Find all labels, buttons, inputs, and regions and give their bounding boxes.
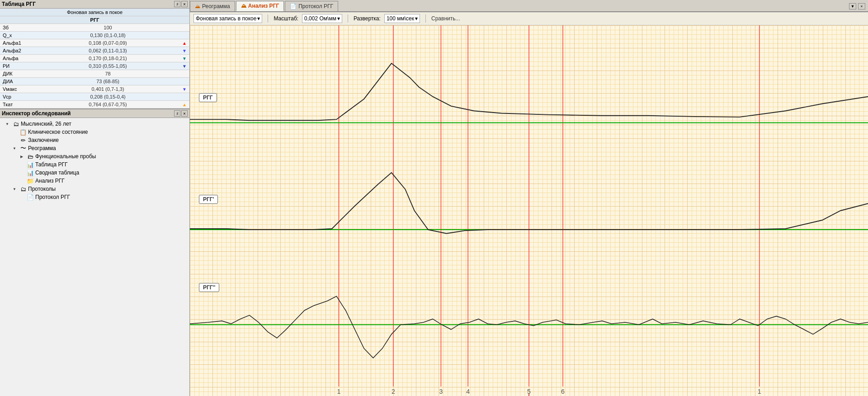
tab-analysis[interactable]: ⛰ Анализ РГГ: [236, 1, 284, 11]
tree-item-5[interactable]: 📊Таблица РГГ: [2, 160, 188, 169]
tree-item-8[interactable]: 🗂Протоколы: [2, 185, 188, 193]
item-icon-2: ✏: [19, 137, 27, 144]
item-label-9: Протокол РГГ: [35, 194, 70, 200]
item-label-5: Таблица РГГ: [35, 161, 67, 168]
background-label: Фоновая запись в покое: [196, 15, 256, 22]
tree-item-4[interactable]: 🗁Функциональные пробы: [2, 152, 188, 160]
chart-svg: 1 2 3 4 5 6 1: [190, 25, 868, 396]
item-label-2: Заключение: [28, 137, 59, 143]
sep1: [268, 14, 268, 23]
inspector-title: Инспектор обследований: [2, 110, 71, 117]
table-value-10: 0,764 (0,67-0,75): [36, 101, 179, 108]
timeline-num-1: 1: [337, 388, 340, 395]
background-dropdown[interactable]: Фоновая запись в покое ▾: [193, 14, 262, 23]
ch1-label: РГГ: [199, 93, 217, 102]
tab-reogramma-label: Реограмма: [202, 3, 230, 9]
table-param-10: Ткат: [0, 101, 36, 108]
chart-grid: 1 2 3 4 5 6 1 РГГ РГГ': [190, 25, 868, 396]
tab-spacer: [339, 1, 846, 11]
spacer-icon-9: [18, 193, 25, 201]
table-value-6: 78: [36, 70, 179, 78]
tree-item-9[interactable]: 📄Протокол РГГ: [2, 193, 188, 201]
table-value-3: 0,062 (0,11-0,13): [36, 47, 179, 55]
arrow-down-icon: ▼: [182, 87, 187, 92]
timeline-num-2: 2: [392, 388, 395, 395]
main-container: Таблица РГГ ♯ × Фоновая запись в покое Р…: [0, 0, 868, 396]
table-subheader2: РГГ: [0, 16, 189, 24]
item-icon-8: 🗂: [19, 185, 27, 193]
table-value-8: 0,401 (0,7-1,3): [36, 85, 179, 93]
timeline-num-3: 3: [439, 388, 443, 395]
table-param-3: Альфа2: [0, 47, 36, 55]
tab-analysis-label: Анализ РГГ: [248, 3, 279, 9]
table-close-btn[interactable]: ×: [181, 1, 188, 7]
tree-item-7[interactable]: 📁Анализ РГГ: [2, 177, 188, 185]
timeline-num-6: 6: [561, 388, 565, 395]
tab-protocol-label: Протокол РГГ: [298, 3, 333, 9]
table-subheader: Фоновая запись в покое: [0, 9, 189, 16]
scan-value: 100 мм\сек: [387, 15, 414, 22]
item-icon-7: 📁: [27, 177, 34, 184]
inspector-panel: Инспектор обследований ♯ × 🗂Мыслинский, …: [0, 109, 189, 396]
compare-btn[interactable]: Сравнить...: [431, 15, 460, 22]
table-value-2: 0,108 (0,07-0,09): [36, 39, 179, 47]
table-param-4: Альфа: [0, 55, 36, 62]
inspector-pin-btn[interactable]: ♯: [174, 110, 180, 117]
scan-dropdown[interactable]: 100 мм\сек ▾: [384, 14, 420, 23]
table-pin-btn[interactable]: ♯: [174, 1, 180, 7]
collapse-icon-3: [11, 145, 18, 152]
table-rgg-header: Таблица РГГ ♯ ×: [0, 0, 189, 9]
item-icon-1: 📋: [19, 128, 27, 136]
table-rgg-controls: ♯ ×: [174, 1, 188, 7]
tree-item-0[interactable]: 🗂Мыслинский, 26 лет: [2, 120, 188, 128]
table-param-8: Vмакс: [0, 85, 36, 93]
item-icon-9: 📄: [27, 193, 34, 201]
spacer-icon-7: [18, 177, 25, 184]
ch2-label: РГГ': [199, 195, 218, 204]
ch3-label: РГГ'': [199, 283, 219, 292]
item-icon-3: 〜: [19, 145, 27, 152]
inspector-close-btn[interactable]: ×: [181, 110, 188, 117]
table-param-0: Зб: [0, 24, 36, 32]
table-value-0: 100: [36, 24, 179, 32]
tree-item-1[interactable]: 📋Клиническое состояние: [2, 128, 188, 136]
tab-protocol[interactable]: 📄 Протокол РГГ: [285, 1, 338, 11]
table-rgg-panel: Таблица РГГ ♯ × Фоновая запись в покое Р…: [0, 0, 189, 109]
table-indicator-10: ▲: [179, 101, 189, 108]
table-indicator-1: [179, 32, 189, 39]
collapse-icon-8: [11, 185, 18, 193]
timeline-num-7: 1: [758, 388, 761, 395]
arrow-down-dark-icon: ▼: [182, 64, 187, 69]
table-indicator-8: ▼: [179, 85, 189, 93]
table-value-1: 0,130 (0,1-0,18): [36, 32, 179, 39]
table-indicator-0: [179, 24, 189, 32]
tree-item-2[interactable]: ✏Заключение: [2, 136, 188, 144]
table-indicator-2: ▲: [179, 39, 189, 47]
arrow-down-icon: ▼: [182, 48, 187, 53]
tree-item-6[interactable]: 📊Сводная таблица: [2, 169, 188, 177]
sep2: [348, 14, 348, 23]
table-param-1: Q_x: [0, 32, 36, 39]
arrow-up-icon: ▲: [182, 41, 187, 46]
item-label-6: Сводная таблица: [35, 170, 79, 176]
tab-reogramma[interactable]: ⛰ Реограмма: [190, 1, 235, 11]
timeline-num-4: 4: [466, 388, 470, 395]
table-indicator-9: [179, 93, 189, 101]
item-label-1: Клиническое состояние: [28, 129, 88, 135]
tab-bar: ⛰ Реограмма ⛰ Анализ РГГ 📄 Протокол РГГ …: [190, 0, 868, 12]
tab-analysis-icon: ⛰: [241, 3, 246, 9]
scan-arrow-icon: ▾: [415, 15, 418, 22]
inspector-header: Инспектор обследований ♯ ×: [0, 109, 189, 118]
sep3: [425, 14, 426, 23]
scale-dropdown[interactable]: 0,002 Ом\мм ▾: [302, 14, 342, 23]
table-value-4: 0,170 (0,18-0,21): [36, 55, 179, 62]
scale-value: 0,002 Ом\мм: [304, 15, 336, 22]
table-indicator-3: ▼: [179, 47, 189, 55]
table-param-6: ДИК: [0, 70, 36, 78]
panel-arrow-btn[interactable]: ▼: [849, 3, 856, 9]
table-value-7: 73 (68-85): [36, 78, 179, 85]
panel-close-btn[interactable]: ×: [858, 3, 865, 9]
tree-item-3[interactable]: 〜Реограмма: [2, 144, 188, 152]
tab-reogramma-icon: ⛰: [195, 3, 200, 9]
table-param-9: Vср: [0, 93, 36, 101]
